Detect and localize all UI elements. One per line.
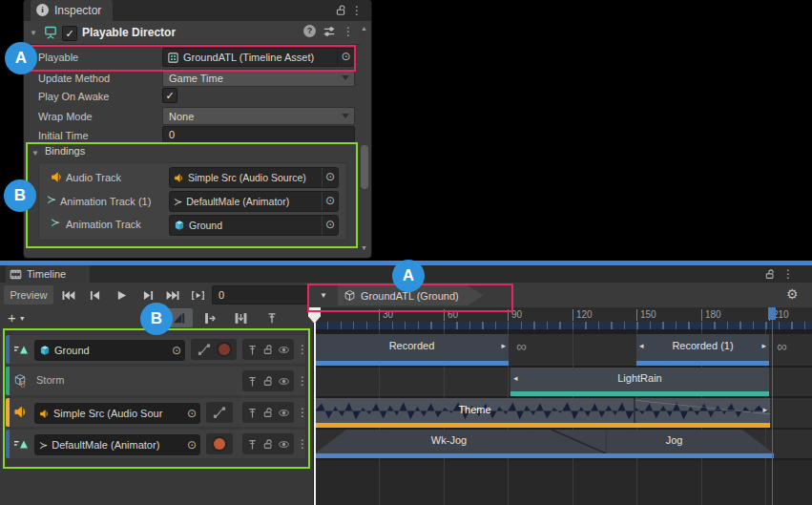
presets-icon[interactable] (323, 25, 336, 38)
breadcrumb-dropdown-button[interactable]: ▼ (313, 285, 334, 305)
track-object-field[interactable]: ≻ DefaultMale (Animator) ⊙ (34, 434, 200, 455)
tab-timeline[interactable]: Timeline (6, 265, 90, 283)
previous-frame-button[interactable] (82, 285, 107, 305)
bindings-foldout-icon[interactable]: ▼ (31, 149, 39, 158)
curves-toggle-icon[interactable] (198, 343, 211, 356)
play-on-awake-checkbox[interactable]: ✓ (162, 88, 177, 103)
tab-inspector-label: Inspector (54, 4, 101, 17)
lock-icon[interactable] (262, 407, 275, 419)
component-enabled-checkbox[interactable]: ✓ (62, 26, 77, 41)
pin-icon[interactable] (246, 407, 259, 419)
clip-lightrain[interactable]: LightRain ◂ (510, 368, 769, 396)
braces-glyph: {} (20, 379, 25, 388)
track-object-value: DefaultMale (Animator) (52, 437, 184, 452)
track-object-field[interactable]: Simple Src (Audio Sour ⊙ (34, 403, 200, 424)
frame-field[interactable]: 0 (212, 285, 309, 305)
timeline-end-marker[interactable] (768, 307, 776, 320)
wrap-mode-label: Wrap Mode (38, 109, 93, 124)
eye-icon[interactable] (278, 407, 290, 419)
pin-icon[interactable] (246, 438, 259, 451)
component-kebab-icon[interactable]: ⋮ (343, 26, 354, 37)
lock-icon[interactable] (262, 438, 275, 451)
annotation-badge-b: B (4, 179, 36, 212)
record-button[interactable] (214, 438, 225, 450)
track-header-defaultmale[interactable]: ≻ DefaultMale (Animator) ⊙ ⋮ (6, 430, 305, 458)
scrollbar-thumb[interactable] (361, 145, 368, 189)
track-kebab-icon[interactable]: ⋮ (297, 438, 308, 450)
help-icon[interactable]: ? (303, 25, 316, 37)
clip-theme-audio[interactable]: Theme ▸ (315, 398, 770, 428)
track-controls-group (242, 402, 294, 423)
play-range-button[interactable] (185, 285, 210, 305)
lock-icon[interactable] (262, 344, 275, 356)
track-kebab-icon[interactable]: ⋮ (297, 375, 308, 387)
audio-track-icon (51, 171, 63, 183)
binding-track-label: Animation Track (1) (60, 194, 151, 209)
object-picker-icon[interactable]: ⊙ (169, 342, 184, 360)
eye-icon[interactable] (278, 438, 290, 451)
initial-time-input[interactable]: 0 (162, 126, 355, 143)
foldout-arrow-icon[interactable]: ▼ (30, 29, 37, 37)
pin-icon[interactable] (246, 375, 259, 388)
gameobject-cube-icon (174, 220, 185, 231)
goto-end-button[interactable] (160, 285, 185, 305)
initial-time-value: 0 (169, 127, 175, 142)
binding-object-value: Simple Src (Audio Source) (188, 170, 322, 185)
track-header-storm[interactable]: {} Storm ⋮ (6, 367, 305, 395)
object-picker-icon[interactable]: ⊙ (184, 436, 199, 454)
record-button[interactable] (219, 344, 230, 355)
lock-icon[interactable] (262, 375, 275, 388)
object-picker-icon[interactable]: ⊙ (184, 405, 199, 423)
track-header-ground[interactable]: Ground ⊙ ⋮ (6, 335, 305, 364)
object-picker-icon[interactable]: ⊙ (337, 49, 354, 66)
eye-icon[interactable] (278, 344, 290, 356)
clip-recorded-1[interactable]: Recorded (1) ◂ ▸ (636, 334, 769, 366)
plus-icon: + (8, 309, 16, 326)
preview-button[interactable]: Preview (4, 285, 53, 305)
tab-timeline-label: Timeline (27, 268, 66, 280)
inspector-scrollbar[interactable]: ▲ ▼ (359, 23, 370, 254)
track-kebab-icon[interactable]: ⋮ (297, 407, 308, 418)
clip-out-arrow: ▸ (761, 342, 766, 350)
track-kebab-icon[interactable]: ⋮ (297, 344, 308, 355)
next-frame-button[interactable] (135, 285, 160, 305)
track-object-field[interactable]: Ground ⊙ (34, 340, 185, 361)
binding-object-field[interactable]: Ground ⊙ (169, 215, 339, 236)
track-name: Storm (36, 374, 64, 386)
playhead-line[interactable] (314, 323, 316, 505)
gear-icon[interactable]: ⚙ (786, 286, 799, 302)
binding-object-field[interactable]: Simple Src (Audio Source) ⊙ (169, 167, 339, 188)
scroll-up-icon[interactable]: ▲ (361, 25, 367, 32)
kebab-menu-icon[interactable]: ⋮ (351, 5, 363, 16)
wrap-mode-dropdown[interactable]: None (162, 107, 355, 125)
add-track-button[interactable]: + ▼ (8, 308, 40, 327)
update-method-dropdown[interactable]: Game Time (162, 69, 355, 87)
object-picker-icon[interactable]: ⊙ (322, 216, 338, 235)
playable-object-field[interactable]: GroundATL (Timeline Asset) ⊙ (162, 48, 355, 67)
scroll-down-icon[interactable]: ▼ (361, 244, 367, 251)
goto-start-button[interactable] (55, 285, 80, 305)
kebab-menu-icon[interactable]: ⋮ (782, 268, 794, 280)
object-picker-icon[interactable]: ⊙ (322, 168, 338, 187)
ruler-tick-label: 150 (636, 309, 656, 321)
edit-mode-ripple-button[interactable] (197, 308, 223, 327)
curves-toggle-icon[interactable] (213, 406, 226, 419)
edit-mode-replace-button[interactable] (227, 308, 254, 327)
eye-icon[interactable] (278, 375, 290, 388)
track-color-stripe (6, 335, 10, 364)
track-object-value: Simple Src (Audio Sour (53, 406, 184, 421)
hold-infinity-icon: ∞ (516, 339, 527, 354)
object-picker-icon[interactable]: ⊙ (322, 192, 338, 211)
play-button[interactable] (109, 285, 134, 305)
tab-inspector[interactable]: i Inspector (31, 0, 113, 21)
track-header-audio[interactable]: Simple Src (Audio Sour ⊙ ⋮ (6, 398, 305, 427)
lock-icon[interactable] (764, 268, 777, 281)
lock-icon[interactable] (335, 4, 348, 17)
playable-label: Playable (38, 50, 78, 65)
binding-object-field[interactable]: ≻ DefaultMale (Animator) ⊙ (169, 191, 339, 212)
clip-recorded[interactable]: Recorded ▸ (315, 334, 509, 366)
marker-pin-toggle[interactable] (260, 308, 284, 327)
clip-group-walk-jog[interactable]: Wk-Jog Jog (315, 430, 774, 458)
pin-icon[interactable] (246, 344, 259, 356)
track-controls-group (242, 433, 294, 454)
